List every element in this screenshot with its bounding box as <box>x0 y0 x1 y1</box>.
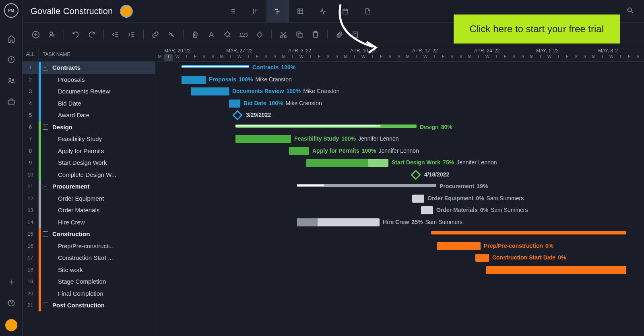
redo-icon[interactable] <box>85 28 99 41</box>
milestone-icon[interactable] <box>232 110 242 120</box>
task-row[interactable]: 4Bid Date <box>23 97 155 110</box>
home-icon[interactable] <box>6 34 16 44</box>
row-number: 5 <box>23 109 39 121</box>
briefcase-icon[interactable] <box>6 97 16 106</box>
task-row[interactable]: 1−Contracts <box>23 62 155 74</box>
task-name: Order Equipment <box>41 195 155 202</box>
milestone-icon[interactable] <box>411 170 421 180</box>
collapse-icon[interactable]: − <box>43 231 48 237</box>
view-sheet-icon[interactable] <box>289 0 312 23</box>
collapse-icon[interactable]: − <box>43 124 48 130</box>
task-name: Procurement <box>50 183 155 190</box>
task-row[interactable]: 5Award Date <box>23 109 155 121</box>
task-row[interactable]: 8Apply for Permits <box>23 145 155 157</box>
outdent-icon[interactable] <box>109 28 122 41</box>
cut-icon[interactable] <box>277 28 290 41</box>
task-row[interactable]: 6−Design <box>23 121 155 133</box>
app-logo[interactable]: PM <box>4 3 19 18</box>
view-activity-icon[interactable] <box>312 0 334 23</box>
plus-icon[interactable] <box>6 277 16 287</box>
summary-bar[interactable] <box>431 231 626 234</box>
day-cell: S <box>510 54 518 61</box>
undo-icon[interactable] <box>69 28 83 41</box>
bar-pct: 80% <box>441 124 452 130</box>
row-number: 3 <box>23 85 39 97</box>
copy-icon[interactable] <box>293 28 306 41</box>
search-icon[interactable] <box>626 6 636 16</box>
clock-icon[interactable] <box>6 55 16 64</box>
task-row[interactable]: 12Order Equipment <box>23 193 155 205</box>
task-row[interactable]: 7Feasibility Study <box>23 133 155 145</box>
task-bar[interactable] <box>437 242 481 250</box>
task-rows: 1−Contracts2Proposals3Documents Review4B… <box>23 62 155 336</box>
task-row[interactable]: 17Construction Start ... <box>23 252 155 264</box>
task-bar[interactable] <box>421 206 433 214</box>
link-icon[interactable] <box>149 28 162 41</box>
bar-title: Apply for Permits <box>312 147 359 154</box>
task-bar[interactable] <box>475 254 489 262</box>
bar-label: 3/29/2022 <box>246 112 271 118</box>
task-row[interactable]: 13Order Materials <box>23 204 155 216</box>
day-cell: F <box>563 54 572 61</box>
unlink-icon[interactable] <box>165 28 178 41</box>
view-board-icon[interactable] <box>244 0 266 23</box>
task-name: Final Completion <box>41 290 155 297</box>
task-row[interactable]: 15−Construction <box>23 228 155 240</box>
gantt-row: Procurement19% <box>155 180 644 193</box>
row-color-bar <box>39 180 41 193</box>
bar-title: Start Design Work <box>392 159 440 166</box>
task-row[interactable]: 19Stage Completion <box>23 276 155 288</box>
task-row[interactable]: 3Documents Review <box>23 85 155 97</box>
task-row[interactable]: 14Hire Crew <box>23 216 155 228</box>
bar-label: Start Design Work75%Jennifer Lennon <box>392 159 497 166</box>
row-color-bar <box>39 228 41 240</box>
view-gantt-icon[interactable] <box>266 0 289 23</box>
paste-icon[interactable] <box>309 28 322 41</box>
shape-icon[interactable] <box>253 28 266 41</box>
task-row[interactable]: 10Complete Design W... <box>23 169 155 181</box>
col-header-all[interactable]: ALL <box>23 47 39 61</box>
delete-icon[interactable] <box>188 28 202 41</box>
day-cell: S <box>634 54 642 61</box>
bar-assignee: Mike Cranston <box>303 88 339 94</box>
assign-icon[interactable] <box>45 28 59 41</box>
cta-button[interactable]: Click here to start your free trial <box>454 15 620 44</box>
collapse-icon[interactable]: − <box>43 303 48 308</box>
col-header-name[interactable]: TASK NAME <box>39 47 155 61</box>
help-icon[interactable] <box>6 298 16 308</box>
day-cell: M <box>155 54 164 61</box>
bar-pct: 0% <box>476 195 484 201</box>
task-row[interactable]: 2Proposals <box>23 74 155 86</box>
day-cell: T <box>598 54 607 61</box>
add-icon[interactable] <box>29 28 43 41</box>
gantt-row: Feasibility Study100%Jennifer Lennon <box>155 133 644 145</box>
task-name: Complete Design W... <box>41 171 155 178</box>
text-format-icon[interactable]: A <box>204 28 218 41</box>
fill-icon[interactable] <box>221 28 234 41</box>
day-cell: S <box>580 54 589 61</box>
view-list-icon[interactable] <box>221 0 244 23</box>
task-row[interactable]: 16Prep/Pre-constructi... <box>23 240 155 252</box>
project-avatar[interactable] <box>120 5 133 18</box>
collapse-icon[interactable]: − <box>43 65 48 71</box>
people-icon[interactable] <box>6 76 16 85</box>
gantt-row <box>155 228 644 240</box>
task-progress <box>289 147 309 155</box>
task-row[interactable]: 11−Procurement <box>23 180 155 193</box>
bar-pct: 100% <box>281 64 295 71</box>
day-cell: T <box>554 54 563 61</box>
task-bar[interactable] <box>486 266 626 274</box>
task-row[interactable]: 18Site work <box>23 264 155 276</box>
number-icon[interactable]: 123 <box>237 28 250 41</box>
task-row[interactable]: 21−Post Construction <box>23 299 155 311</box>
task-row[interactable]: 20Final Completion <box>23 288 155 300</box>
user-avatar[interactable] <box>5 319 17 331</box>
row-color-bar <box>39 299 41 311</box>
collapse-icon[interactable]: − <box>43 184 48 189</box>
indent-icon[interactable] <box>125 28 138 41</box>
gantt-chart[interactable]: MAR, 20 '22MAR, 27 '22APR, 3 '22APR, 10 … <box>155 47 644 336</box>
task-bar[interactable] <box>412 195 424 203</box>
task-row[interactable]: 9Start Design Work <box>23 157 155 169</box>
bar-label: Design80% <box>420 124 452 130</box>
bar-title: Prep/Pre-construction <box>484 243 543 249</box>
